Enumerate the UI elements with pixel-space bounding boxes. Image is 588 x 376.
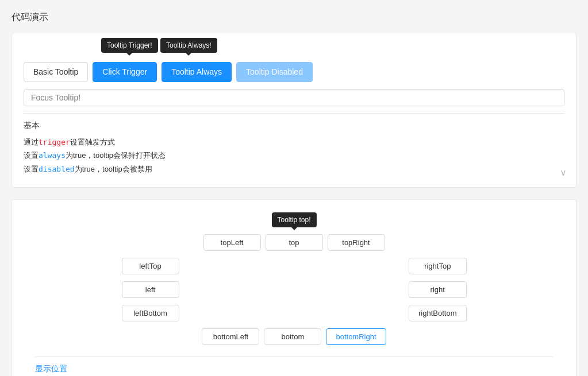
desc-line3: 设置disabled为true，tooltip会被禁用: [24, 162, 564, 176]
left-column: leftTop left leftBottom: [122, 258, 179, 321]
right-button[interactable]: right: [409, 281, 466, 298]
bottomleft-button[interactable]: bottomLeft: [202, 328, 259, 345]
middle-section: leftTop left leftBottom rightTop right r…: [122, 258, 467, 321]
click-trigger-button[interactable]: Click Trigger: [93, 62, 157, 82]
tooltip-disabled-button[interactable]: Tooltip Disabled: [236, 62, 313, 82]
basic-tooltip-button[interactable]: Basic Tooltip: [24, 62, 88, 82]
page-title: 代码演示: [11, 11, 577, 24]
position-tooltip-card: topLeft Tooltip top! top topRight: [11, 199, 577, 376]
desc-line1: 通过trigger设置触发方式: [24, 135, 564, 149]
top-tooltip: Tooltip top!: [271, 212, 316, 227]
always-tooltip: Tooltip Always!: [160, 38, 217, 53]
basic-desc: 通过trigger设置触发方式 设置always为true，tooltip会保持…: [24, 135, 564, 176]
trigger-tooltip: Tooltip Trigger!: [101, 38, 158, 53]
righttop-button[interactable]: rightTop: [409, 258, 466, 274]
bottom-button[interactable]: bottom: [264, 328, 321, 345]
top-wrap: Tooltip top! top: [266, 234, 323, 251]
focus-tooltip-input[interactable]: [24, 89, 564, 106]
tooltip-always-button[interactable]: Tooltip Always: [162, 62, 232, 82]
position-section-title: 显示位置: [35, 364, 553, 374]
topright-wrap: topRight: [328, 234, 385, 251]
desc-line2: 设置always为true，tooltip会保持打开状态: [24, 149, 564, 162]
top-row: topLeft Tooltip top! top topRight: [35, 234, 553, 251]
leftbottom-button[interactable]: leftBottom: [122, 305, 179, 321]
rightbottom-button[interactable]: rightBottom: [409, 305, 466, 321]
topleft-wrap: topLeft: [203, 234, 261, 251]
left-button[interactable]: left: [122, 281, 179, 298]
topleft-button[interactable]: topLeft: [203, 234, 261, 251]
position-card-body: topLeft Tooltip top! top topRight: [12, 200, 576, 376]
top-button[interactable]: top: [266, 234, 323, 251]
right-column: rightTop right rightBottom: [409, 258, 466, 321]
collapse-icon[interactable]: ∨: [560, 167, 567, 178]
position-section: 显示位置 tooltip有12个可选位置 tooltip可根据离视图距离自适应位…: [35, 364, 553, 376]
basic-tooltip-card: Tooltip Trigger! Tooltip Always! Basic T…: [11, 33, 577, 188]
bottomright-button[interactable]: bottomRight: [326, 328, 386, 345]
basic-section: 基本 通过trigger设置触发方式 设置always为true，tooltip…: [24, 121, 564, 176]
lefttop-button[interactable]: leftTop: [122, 258, 179, 274]
button-row: Basic Tooltip Click Trigger Tooltip Alwa…: [24, 62, 564, 82]
card1-body: Basic Tooltip Click Trigger Tooltip Alwa…: [12, 33, 576, 187]
divider1: [24, 113, 564, 114]
divider2: [35, 356, 553, 357]
basic-section-title: 基本: [24, 121, 564, 131]
topright-button[interactable]: topRight: [328, 234, 385, 251]
bottom-row: bottomLeft bottom bottomRight: [35, 328, 553, 345]
